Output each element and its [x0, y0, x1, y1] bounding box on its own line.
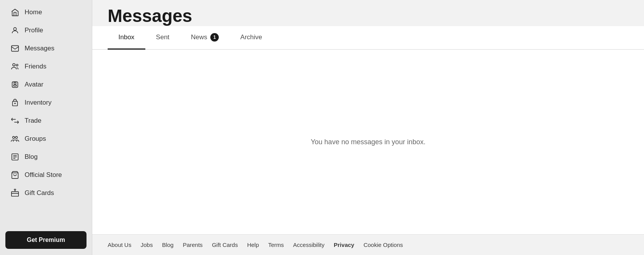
get-premium-button[interactable]: Get Premium [5, 231, 87, 249]
tab-sent-label: Sent [156, 33, 170, 41]
page-title: Messages [108, 0, 629, 26]
footer-link-help[interactable]: Help [247, 242, 259, 248]
sidebar-item-inventory-label: Inventory [25, 99, 52, 107]
sidebar-item-trade[interactable]: Trade [2, 112, 90, 130]
svg-point-12 [15, 137, 17, 139]
svg-point-4 [14, 82, 16, 85]
sidebar-item-trade-label: Trade [25, 117, 42, 125]
svg-point-11 [13, 137, 15, 139]
blog-icon [10, 152, 20, 162]
home-icon [10, 7, 20, 17]
friends-icon [10, 62, 20, 72]
sidebar-item-groups[interactable]: Groups [2, 130, 90, 148]
sidebar-item-friends[interactable]: Friends [2, 58, 90, 75]
footer-link-jobs[interactable]: Jobs [141, 242, 153, 248]
page-header: Messages [92, 0, 644, 26]
footer-link-parents[interactable]: Parents [183, 242, 203, 248]
svg-point-2 [13, 63, 15, 66]
tab-archive-label: Archive [240, 33, 262, 41]
sidebar-item-blog[interactable]: Blog [2, 148, 90, 166]
sidebar-item-inventory[interactable]: Inventory [2, 94, 90, 112]
sidebar-item-avatar-label: Avatar [25, 81, 43, 88]
sidebar-item-avatar[interactable]: Avatar [2, 76, 90, 93]
sidebar-item-home[interactable]: Home [2, 3, 90, 21]
tab-news[interactable]: News 1 [180, 26, 230, 50]
sidebar-item-gift-cards[interactable]: Gift Cards [2, 184, 90, 202]
footer-link-blog[interactable]: Blog [162, 242, 173, 248]
sidebar-item-friends-label: Friends [25, 63, 47, 70]
sidebar-item-profile-label: Profile [25, 27, 43, 34]
sidebar-item-official-store-label: Official Store [25, 171, 62, 179]
main-content: Messages Inbox Sent News 1 Archive You h… [92, 0, 644, 255]
tab-inbox-label: Inbox [118, 33, 135, 41]
svg-rect-18 [12, 192, 18, 196]
footer-link-terms[interactable]: Terms [268, 242, 284, 248]
footer-link-about-us[interactable]: About Us [108, 242, 131, 248]
tab-sent[interactable]: Sent [145, 26, 180, 50]
gift-cards-icon [10, 188, 20, 198]
groups-icon [10, 134, 20, 144]
content-area: You have no messages in your inbox. [92, 50, 644, 234]
footer-link-privacy[interactable]: Privacy [334, 242, 354, 248]
sidebar-nav: Home Profile Messages Friends [0, 0, 92, 227]
empty-message: You have no messages in your inbox. [311, 138, 426, 146]
sidebar-item-home-label: Home [25, 8, 42, 16]
svg-point-3 [16, 64, 18, 66]
sidebar: Home Profile Messages Friends [0, 0, 92, 255]
footer-link-gift-cards[interactable]: Gift Cards [212, 242, 238, 248]
tab-inbox[interactable]: Inbox [108, 26, 145, 50]
tabs-bar: Inbox Sent News 1 Archive [92, 26, 644, 50]
sidebar-item-official-store[interactable]: Official Store [2, 166, 90, 184]
footer-link-cookie-options[interactable]: Cookie Options [363, 242, 403, 248]
sidebar-item-gift-cards-label: Gift Cards [25, 189, 54, 197]
svg-rect-1 [12, 46, 18, 52]
sidebar-item-groups-label: Groups [25, 135, 46, 143]
avatar-icon [10, 80, 20, 90]
sidebar-item-blog-label: Blog [25, 153, 38, 161]
footer: About Us Jobs Blog Parents Gift Cards He… [92, 234, 644, 255]
svg-point-0 [13, 28, 16, 30]
trade-icon [10, 116, 20, 126]
store-icon [10, 170, 20, 180]
messages-icon [10, 43, 20, 53]
sidebar-item-messages[interactable]: Messages [2, 40, 90, 57]
inventory-icon [10, 98, 20, 108]
tab-news-label: News [191, 33, 208, 41]
tab-archive[interactable]: Archive [230, 26, 273, 50]
news-badge: 1 [210, 33, 219, 42]
sidebar-item-profile[interactable]: Profile [2, 22, 90, 39]
profile-icon [10, 25, 20, 35]
sidebar-item-messages-label: Messages [25, 45, 54, 52]
footer-link-accessibility[interactable]: Accessibility [293, 242, 324, 248]
